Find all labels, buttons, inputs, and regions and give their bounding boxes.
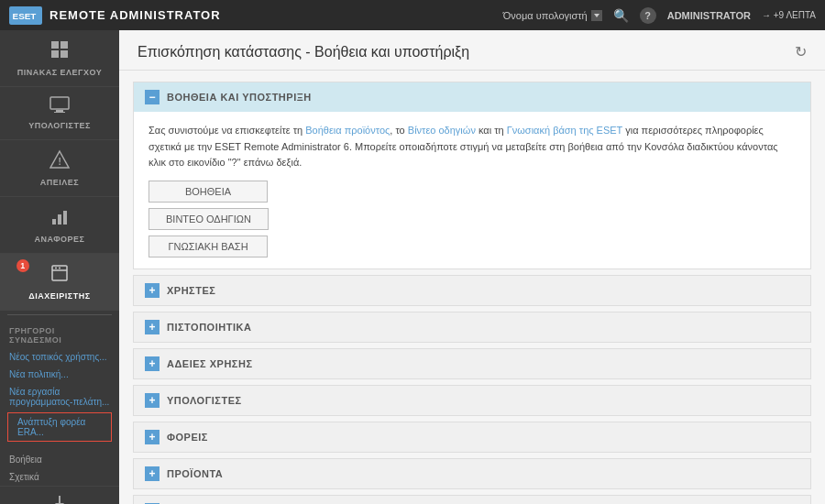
plain-links-area: Βοήθεια Σχετικά — [0, 451, 119, 486]
refresh-icon[interactable]: ↻ — [795, 43, 807, 60]
section-label-certificates: ΠΙΣΤΟΠΟΙΗΤΙΚΑ — [167, 322, 251, 333]
section-toggle-products: + — [145, 466, 160, 481]
section-certificates: + ΠΙΣΤΟΠΟΙΗΤΙΚΑ — [133, 312, 811, 343]
quick-link-new-policy[interactable]: Νέα πολιτική... — [0, 366, 119, 383]
help-plain-link[interactable]: Βοήθεια — [0, 451, 119, 468]
main-layout: ΠΙΝΑΚΑΣ ΕΛΕΓΧΟΥ ΥΠΟΛΟΓΙΣΤΕΣ ! ΑΠΕΙΛΕΣ ΑΝ… — [0, 30, 825, 504]
section-computers2: + ΥΠΟΛΟΓΙΣΤΕΣ — [133, 385, 811, 416]
section-toggle-users: + — [145, 283, 160, 298]
eset-logo: ESET — [9, 6, 42, 25]
section-body-help: Σας συνιστούμε να επισκεφτείτε τη Βοήθει… — [134, 112, 810, 268]
section-users: + ΧΡΗΣΤΕΣ — [133, 275, 811, 306]
section-label-users: ΧΡΗΣΤΕΣ — [167, 285, 215, 296]
section-label-computers2: ΥΠΟΛΟΓΙΣΤΕΣ — [167, 395, 242, 406]
knowledge-button[interactable]: ΓΝΩΣΙΑΚΗ ΒΑΣΗ — [148, 236, 268, 257]
sidebar-item-reports[interactable]: ΑΝΑΦΟΡΕΣ — [0, 197, 119, 254]
svg-rect-10 — [54, 112, 65, 113]
sidebar-item-admin[interactable]: 1 ΔΙΑΧΕΙΡΙΣΤΗΣ — [0, 254, 119, 311]
help-buttons: ΒΟΗΘΕΙΑ ΒΙΝΤΕΟ ΟΔΗΓΙΩΝ ΓΝΩΣΙΑΚΗ ΒΑΣΗ — [148, 181, 796, 257]
logout-button[interactable]: → +9 ΛΕΠΤΑ — [762, 10, 816, 20]
section-help-support-header[interactable]: − ΒΟΗΘΕΙΑ ΚΑΙ ΥΠΟΣΤΗΡΙΞΗ — [134, 82, 810, 112]
section-groups-header[interactable]: + ΦΟΡΕΙΣ — [134, 422, 810, 452]
section-label-licenses: ΑΔΕΙΕΣ ΧΡΗΣΗΣ — [167, 358, 253, 369]
section-label-products: ΠΡΟΪΟΝΤΑ — [167, 468, 223, 479]
svg-text:!: ! — [59, 157, 62, 167]
sidebar-item-computers[interactable]: ΥΠΟΛΟΓΙΣΤΕΣ — [0, 87, 119, 140]
section-smtp-header[interactable]: + ΡΥΘΜΙΣΕΙΣ SMTP — [134, 496, 810, 504]
svg-rect-14 — [58, 214, 61, 225]
dashboard-icon — [50, 39, 70, 64]
video-link[interactable]: Βίντεο οδηγιών — [408, 125, 476, 136]
section-help-support: − ΒΟΗΘΕΙΑ ΚΑΙ ΥΠΟΣΤΗΡΙΞΗ Σας συνιστούμε … — [133, 82, 811, 269]
reports-icon — [50, 206, 70, 231]
app-title: REMOTE ADMINISTRATOR — [50, 8, 221, 22]
sidebar: ΠΙΝΑΚΑΣ ΕΛΕΓΧΟΥ ΥΠΟΛΟΓΙΣΤΕΣ ! ΑΠΕΙΛΕΣ ΑΝ… — [0, 30, 119, 504]
sidebar-divider — [7, 314, 112, 315]
knowledge-base-link[interactable]: Γνωσιακή βάση της ESET — [507, 125, 622, 136]
svg-rect-15 — [63, 211, 67, 225]
sidebar-item-threats[interactable]: ! ΑΠΕΙΛΕΣ — [0, 140, 119, 197]
sidebar-label-admin: ΔΙΑΧΕΙΡΙΣΤΗΣ — [28, 291, 90, 301]
download-icon[interactable] — [9, 494, 110, 504]
computers-icon — [50, 96, 70, 117]
content-header: Επισκόπηση κατάστασης - Βοήθεια και υποσ… — [119, 30, 825, 71]
help-icon[interactable]: ? — [640, 7, 656, 24]
video-button[interactable]: ΒΙΝΤΕΟ ΟΔΗΓΙΩΝ — [148, 208, 269, 230]
section-toggle-licenses: + — [145, 356, 160, 371]
section-toggle-certificates: + — [145, 320, 160, 334]
product-help-link[interactable]: Βοήθεια προϊόντος — [305, 125, 390, 136]
topbar: ESET REMOTE ADMINISTRATOR Όνομα υπολογισ… — [0, 0, 825, 30]
svg-text:ESET: ESET — [13, 11, 37, 21]
quick-link-deploy-era[interactable]: Ανάπτυξη φορέα ERA... — [7, 412, 112, 442]
quick-link-new-local-user[interactable]: Νέος τοπικός χρήστης... — [0, 348, 119, 366]
svg-rect-5 — [60, 41, 68, 49]
svg-point-18 — [55, 268, 57, 269]
section-licenses-header[interactable]: + ΑΔΕΙΕΣ ΧΡΗΣΗΣ — [134, 349, 810, 378]
svg-rect-4 — [51, 41, 59, 49]
computer-selector-label: Όνομα υπολογιστή — [503, 10, 588, 21]
svg-rect-9 — [56, 110, 63, 112]
sidebar-label-computers: ΥΠΟΛΟΓΙΣΤΕΣ — [28, 121, 91, 130]
section-smtp: + ΡΥΘΜΙΣΕΙΣ SMTP — [133, 495, 811, 504]
dropdown-icon[interactable] — [591, 10, 602, 21]
section-toggle-groups: + — [145, 430, 160, 444]
section-users-header[interactable]: + ΧΡΗΣΤΕΣ — [134, 276, 810, 305]
sidebar-item-dashboard[interactable]: ΠΙΝΑΚΑΣ ΕΛΕΓΧΟΥ — [0, 30, 119, 87]
section-computers2-header[interactable]: + ΥΠΟΛΟΓΙΣΤΕΣ — [134, 386, 810, 415]
logo-area: ESET REMOTE ADMINISTRATOR — [9, 6, 221, 25]
quick-links-title: ΓΡΗΓΟΡΟΙ ΣΥΝΔΕΣΜΟΙ — [0, 319, 119, 348]
section-products-header[interactable]: + ΠΡΟΪΟΝΤΑ — [134, 459, 810, 488]
topbar-right: Όνομα υπολογιστή 🔍 ? ADMINISTRATOR → +9 … — [503, 7, 816, 24]
svg-rect-6 — [51, 50, 59, 58]
section-label-help: ΒΟΗΘΕΙΑ ΚΑΙ ΥΠΟΣΤΗΡΙΞΗ — [167, 92, 312, 103]
threats-icon: ! — [50, 149, 70, 174]
svg-point-19 — [59, 268, 60, 269]
quick-link-new-task[interactable]: Νέα εργασία προγράμματος-πελάτη... — [0, 383, 119, 411]
svg-rect-8 — [50, 97, 69, 109]
search-icon[interactable]: 🔍 — [613, 8, 629, 23]
sidebar-bottom — [0, 486, 119, 504]
sidebar-label-dashboard: ΠΙΝΑΚΑΣ ΕΛΕΓΧΟΥ — [17, 68, 103, 77]
content-area: Επισκόπηση κατάστασης - Βοήθεια και υποσ… — [119, 30, 825, 504]
svg-rect-13 — [52, 219, 56, 225]
help-body-text: Σας συνιστούμε να επισκεφτείτε τη Βοήθει… — [148, 123, 796, 171]
section-label-groups: ΦΟΡΕΙΣ — [167, 432, 208, 443]
about-plain-link[interactable]: Σχετικά — [0, 468, 119, 486]
section-certificates-header[interactable]: + ΠΙΣΤΟΠΟΙΗΤΙΚΑ — [134, 312, 810, 342]
admin-label: ADMINISTRATOR — [667, 10, 751, 21]
admin-badge: 1 — [16, 259, 29, 272]
help-button[interactable]: ΒΟΗΘΕΙΑ — [148, 181, 268, 203]
section-groups: + ΦΟΡΕΙΣ — [133, 422, 811, 453]
section-licenses: + ΑΔΕΙΕΣ ΧΡΗΣΗΣ — [133, 348, 811, 379]
svg-rect-7 — [60, 50, 68, 58]
admin-icon — [50, 263, 70, 288]
sidebar-label-reports: ΑΝΑΦΟΡΕΣ — [34, 235, 84, 244]
section-toggle-computers2: + — [145, 393, 160, 408]
computer-selector[interactable]: Όνομα υπολογιστή — [503, 10, 602, 21]
section-toggle-help: − — [145, 90, 160, 104]
download-svg — [50, 494, 69, 504]
sidebar-label-threats: ΑΠΕΙΛΕΣ — [40, 178, 79, 187]
section-products: + ΠΡΟΪΟΝΤΑ — [133, 458, 811, 489]
page-title: Επισκόπηση κατάστασης - Βοήθεια και υποσ… — [138, 44, 469, 60]
